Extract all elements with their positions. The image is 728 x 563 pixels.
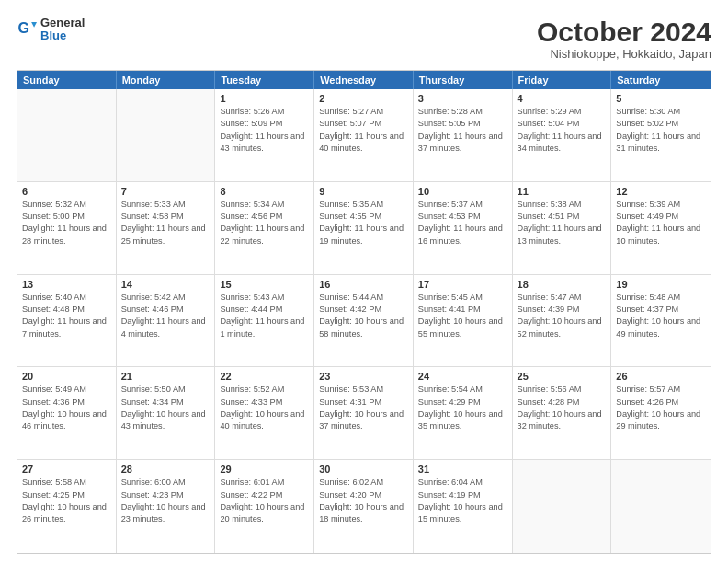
day-number: 17 [418, 279, 507, 290]
day-number: 23 [319, 371, 408, 382]
daylight-text: Daylight: 10 hours and 55 minutes. [418, 316, 503, 338]
sunset-text: Sunset: 5:02 PM [616, 119, 678, 128]
daylight-text: Daylight: 11 hours and 1 minute. [220, 316, 304, 338]
logo-icon: G [17, 19, 37, 40]
weekday-tuesday: Tuesday [215, 71, 314, 89]
day-number: 28 [121, 464, 210, 475]
sunrise-text: Sunrise: 5:33 AM [121, 200, 186, 209]
day-number: 11 [518, 186, 607, 197]
sunrise-text: Sunrise: 5:27 AM [319, 107, 383, 116]
daylight-text: Daylight: 10 hours and 32 minutes. [518, 409, 602, 431]
sunset-text: Sunset: 4:58 PM [121, 212, 184, 221]
day-number: 19 [616, 279, 706, 290]
sunset-text: Sunset: 4:33 PM [220, 397, 282, 407]
sunrise-text: Sunrise: 5:44 AM [319, 293, 383, 302]
sunset-text: Sunset: 4:34 PM [121, 397, 184, 407]
calendar-header: Sunday Monday Tuesday Wednesday Thursday… [17, 71, 711, 89]
cal-cell-r4-c6 [611, 460, 711, 553]
sunrise-text: Sunrise: 5:29 AM [518, 107, 582, 116]
daylight-text: Daylight: 11 hours and 25 minutes. [121, 224, 206, 245]
sunset-text: Sunset: 4:19 PM [418, 490, 481, 500]
sunset-text: Sunset: 4:42 PM [319, 304, 381, 314]
cal-cell-r2-c6: 19Sunrise: 5:48 AMSunset: 4:37 PMDayligh… [611, 275, 711, 367]
location-text: Nishiokoppe, Hokkaido, Japan [537, 47, 711, 61]
day-number: 9 [319, 186, 408, 197]
sunrise-text: Sunrise: 5:35 AM [319, 200, 383, 209]
daylight-text: Daylight: 11 hours and 34 minutes. [518, 132, 602, 153]
day-number: 16 [319, 279, 408, 290]
sunrise-text: Sunrise: 5:43 AM [220, 293, 284, 302]
sunrise-text: Sunrise: 6:01 AM [220, 477, 284, 487]
calendar-row-2: 6Sunrise: 5:32 AMSunset: 5:00 PMDaylight… [17, 182, 711, 275]
sunset-text: Sunset: 5:00 PM [22, 212, 85, 221]
cal-cell-r3-c4: 24Sunrise: 5:54 AMSunset: 4:29 PMDayligh… [414, 367, 513, 459]
sunrise-text: Sunrise: 5:39 AM [616, 200, 680, 209]
daylight-text: Daylight: 11 hours and 28 minutes. [22, 224, 107, 245]
sunset-text: Sunset: 4:44 PM [220, 304, 282, 314]
cal-cell-r3-c0: 20Sunrise: 5:49 AMSunset: 4:36 PMDayligh… [17, 367, 117, 459]
daylight-text: Daylight: 11 hours and 43 minutes. [220, 132, 304, 153]
day-number: 5 [616, 93, 706, 104]
day-number: 6 [22, 186, 111, 197]
daylight-text: Daylight: 10 hours and 23 minutes. [121, 502, 206, 523]
sunrise-text: Sunrise: 6:00 AM [121, 477, 186, 487]
cal-cell-r1-c3: 9Sunrise: 5:35 AMSunset: 4:55 PMDaylight… [314, 182, 414, 274]
weekday-thursday: Thursday [414, 71, 513, 89]
day-number: 13 [22, 279, 111, 290]
sunset-text: Sunset: 4:22 PM [220, 490, 282, 500]
cal-cell-r0-c3: 2Sunrise: 5:27 AMSunset: 5:07 PMDaylight… [314, 89, 414, 181]
sunset-text: Sunset: 4:29 PM [418, 397, 481, 407]
daylight-text: Daylight: 10 hours and 46 minutes. [22, 409, 107, 431]
sunset-text: Sunset: 4:28 PM [518, 397, 580, 407]
svg-text:G: G [17, 19, 29, 36]
daylight-text: Daylight: 11 hours and 10 minutes. [616, 224, 700, 245]
cal-cell-r2-c3: 16Sunrise: 5:44 AMSunset: 4:42 PMDayligh… [314, 275, 414, 367]
calendar: Sunday Monday Tuesday Wednesday Thursday… [17, 70, 711, 554]
sunset-text: Sunset: 5:09 PM [220, 119, 282, 128]
day-number: 12 [616, 186, 706, 197]
logo-blue-text: Blue [40, 29, 85, 42]
cal-cell-r4-c5 [513, 460, 612, 553]
sunset-text: Sunset: 4:37 PM [616, 304, 678, 314]
logo-text: General Blue [40, 17, 85, 43]
daylight-text: Daylight: 10 hours and 15 minutes. [418, 502, 503, 523]
day-number: 20 [22, 371, 111, 382]
cal-cell-r0-c5: 4Sunrise: 5:29 AMSunset: 5:04 PMDaylight… [513, 89, 612, 181]
logo: G General Blue [17, 17, 85, 43]
page-header: G General Blue October 2024 Nishiokoppe,… [17, 17, 711, 61]
sunset-text: Sunset: 4:46 PM [121, 304, 184, 314]
sunset-text: Sunset: 4:51 PM [518, 212, 580, 221]
sunrise-text: Sunrise: 5:50 AM [121, 385, 186, 394]
weekday-sunday: Sunday [17, 71, 117, 89]
calendar-row-3: 13Sunrise: 5:40 AMSunset: 4:48 PMDayligh… [17, 275, 711, 368]
day-number: 27 [22, 464, 111, 475]
day-number: 29 [220, 464, 309, 475]
sunrise-text: Sunrise: 5:58 AM [22, 477, 86, 487]
sunrise-text: Sunrise: 5:26 AM [220, 107, 284, 116]
cal-cell-r3-c5: 25Sunrise: 5:56 AMSunset: 4:28 PMDayligh… [513, 367, 612, 459]
sunset-text: Sunset: 4:31 PM [319, 397, 381, 407]
weekday-friday: Friday [513, 71, 612, 89]
cal-cell-r0-c1 [117, 89, 216, 181]
cal-cell-r1-c1: 7Sunrise: 5:33 AMSunset: 4:58 PMDaylight… [117, 182, 216, 274]
sunset-text: Sunset: 4:39 PM [518, 304, 580, 314]
day-number: 14 [121, 279, 210, 290]
sunset-text: Sunset: 4:26 PM [616, 397, 678, 407]
sunset-text: Sunset: 4:20 PM [319, 490, 381, 500]
month-title: October 2024 [537, 17, 711, 47]
cal-cell-r2-c1: 14Sunrise: 5:42 AMSunset: 4:46 PMDayligh… [117, 275, 216, 367]
cal-cell-r0-c0 [17, 89, 117, 181]
calendar-row-5: 27Sunrise: 5:58 AMSunset: 4:25 PMDayligh… [17, 460, 711, 553]
sunset-text: Sunset: 4:36 PM [22, 397, 85, 407]
daylight-text: Daylight: 10 hours and 29 minutes. [616, 409, 700, 431]
svg-marker-1 [31, 22, 37, 28]
sunset-text: Sunset: 4:41 PM [418, 304, 481, 314]
daylight-text: Daylight: 11 hours and 31 minutes. [616, 132, 700, 153]
calendar-row-4: 20Sunrise: 5:49 AMSunset: 4:36 PMDayligh… [17, 367, 711, 460]
sunset-text: Sunset: 5:07 PM [319, 119, 381, 128]
daylight-text: Daylight: 10 hours and 35 minutes. [418, 409, 503, 431]
sunrise-text: Sunrise: 5:57 AM [616, 385, 680, 394]
calendar-body: 1Sunrise: 5:26 AMSunset: 5:09 PMDaylight… [17, 89, 711, 553]
sunrise-text: Sunrise: 5:53 AM [319, 385, 383, 394]
sunrise-text: Sunrise: 5:52 AM [220, 385, 284, 394]
